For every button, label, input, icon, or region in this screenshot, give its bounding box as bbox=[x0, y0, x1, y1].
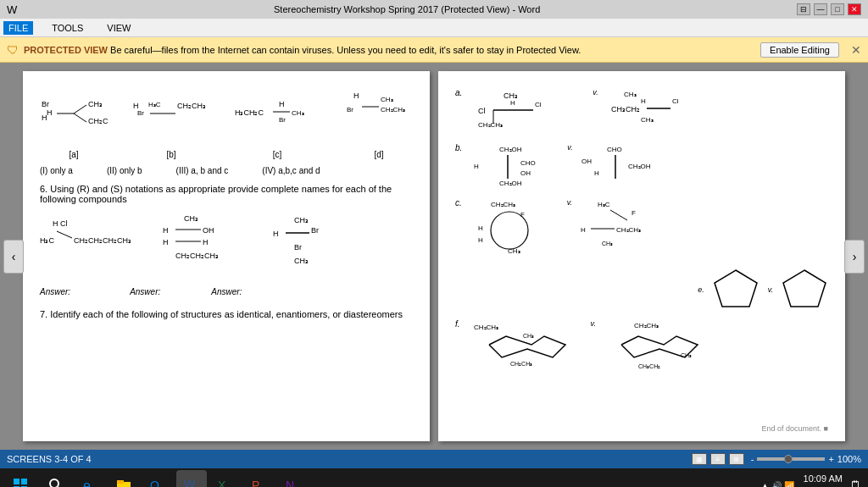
main-content: ‹ Br H bbox=[0, 63, 868, 450]
svg-text:H: H bbox=[163, 238, 169, 246]
menu-file[interactable]: FILE bbox=[3, 21, 33, 35]
read-mode-icon[interactable]: ≡ bbox=[710, 453, 726, 465]
answer-options: (I) only a (II) only b (III) a, b and c … bbox=[40, 166, 413, 175]
taskbar-search[interactable] bbox=[41, 470, 71, 487]
svg-text:F: F bbox=[632, 209, 636, 217]
status-right: ▦ ≡ ⊞ - + 100% bbox=[692, 453, 861, 465]
svg-text:CH₃: CH₃ bbox=[292, 109, 304, 117]
question5-structures: Br H H CH₃ CH₂CH₃ [a] bbox=[40, 88, 413, 175]
svg-text:H₃C: H₃C bbox=[598, 201, 610, 208]
structure-d-svg: H Br CH₃ CH₂CH₃ bbox=[345, 88, 413, 147]
taskbar: e O W X P N ▲ 🔊 📶 10:09 AM bbox=[0, 468, 868, 487]
svg-text:OH: OH bbox=[520, 169, 531, 177]
close-button[interactable]: ✕ bbox=[848, 3, 861, 15]
svg-text:H: H bbox=[594, 169, 599, 177]
svg-text:CH₃: CH₃ bbox=[381, 96, 393, 103]
right-label-v-b: v. bbox=[567, 143, 572, 191]
svg-text:CH₂CH₃: CH₂CH₃ bbox=[474, 324, 498, 331]
svg-text:H: H bbox=[47, 108, 53, 117]
pentagon2-svg bbox=[782, 266, 828, 313]
word-icon: W bbox=[183, 476, 200, 487]
svg-text:H: H bbox=[478, 236, 483, 244]
next-page-button[interactable]: › bbox=[844, 240, 865, 274]
page-left: Br H H CH₃ CH₂CH₃ [a] bbox=[23, 71, 430, 441]
prev-page-button[interactable]: ‹ bbox=[3, 240, 24, 274]
svg-text:CH₃CH₂: CH₃CH₂ bbox=[611, 105, 640, 113]
svg-text:CH₂CH₃: CH₂CH₃ bbox=[177, 102, 206, 110]
taskbar-word[interactable]: W bbox=[176, 470, 207, 487]
right-structure-c-svg: CH₂CH₃ F H H CH₃ CH₃ bbox=[474, 198, 559, 257]
right-structure-cv-svg: H₃C F H CH₂CH₃ CH₃ bbox=[581, 198, 665, 257]
svg-text:CH₂CH₃: CH₂CH₃ bbox=[510, 361, 532, 367]
print-layout-icon[interactable]: ▦ bbox=[692, 453, 707, 465]
search-icon bbox=[48, 478, 64, 487]
svg-point-91 bbox=[50, 479, 58, 487]
close-protected-bar-button[interactable]: ✕ bbox=[851, 43, 861, 57]
right-structure-f: CH₂CH₃ CH₂CH₃ CH₃ bbox=[472, 319, 582, 380]
svg-text:O: O bbox=[150, 479, 159, 487]
minimize-button[interactable]: — bbox=[814, 3, 827, 15]
menu-view[interactable]: VIEW bbox=[102, 21, 136, 35]
svg-text:Cl: Cl bbox=[535, 101, 542, 108]
restore-icon[interactable]: ⊟ bbox=[797, 3, 810, 15]
protected-view-bar: 🛡 PROTECTED VIEW Be careful—files from t… bbox=[0, 37, 868, 63]
maximize-button[interactable]: □ bbox=[831, 3, 844, 15]
svg-text:CH₂OH: CH₂OH bbox=[628, 163, 651, 170]
taskbar-powerpoint[interactable]: P bbox=[244, 470, 275, 487]
svg-text:Br: Br bbox=[279, 116, 286, 124]
right-structure-b-svg: CH₂OH H CHO OH CH₂OH bbox=[474, 143, 559, 190]
status-bar: SCREENS 3-4 OF 4 ▦ ≡ ⊞ - + 100% bbox=[0, 450, 868, 468]
menu-tools[interactable]: TOOLS bbox=[47, 21, 88, 35]
right-structure-b: CH₂OH H CHO OH CH₂OH bbox=[474, 143, 559, 191]
taskbar-onenote[interactable]: N bbox=[278, 470, 309, 487]
svg-text:e: e bbox=[83, 479, 91, 487]
answer1: Answer: bbox=[40, 287, 70, 296]
notification-button[interactable]: 🗒 bbox=[849, 479, 861, 487]
svg-text:CH₃: CH₃ bbox=[641, 116, 654, 124]
powerpoint-icon: P bbox=[251, 477, 268, 487]
question7-text: 7. Identify each of the following of str… bbox=[40, 309, 413, 319]
svg-text:H: H bbox=[510, 99, 515, 107]
zoom-minus[interactable]: - bbox=[751, 454, 754, 464]
question6-text: 6. Using (R) and (S) notations as approp… bbox=[40, 184, 413, 204]
svg-text:H: H bbox=[581, 226, 586, 234]
view-icons: ▦ ≡ ⊞ bbox=[692, 453, 744, 465]
enable-editing-button[interactable]: Enable Editing bbox=[760, 42, 839, 58]
taskbar-outlook[interactable]: O bbox=[142, 470, 173, 487]
structure-a-svg: Br H H CH₃ CH₂CH₃ bbox=[40, 97, 108, 147]
edge-icon: e bbox=[81, 477, 98, 487]
outlook-icon: O bbox=[149, 477, 166, 487]
zoom-track[interactable] bbox=[757, 457, 825, 461]
svg-text:H₃CH₂C: H₃CH₂C bbox=[235, 108, 264, 117]
shield-icon: 🛡 bbox=[7, 43, 19, 57]
svg-rect-88 bbox=[21, 479, 27, 484]
option-ii: (II) only b bbox=[107, 166, 142, 175]
svg-text:H  Cl: H Cl bbox=[53, 219, 68, 228]
zoom-plus[interactable]: + bbox=[828, 454, 833, 464]
right-structure-f-v: CH₂CH₃ CH₃ CH₃CH₂ bbox=[604, 319, 715, 380]
svg-text:OH: OH bbox=[581, 158, 592, 165]
taskbar-excel[interactable]: X bbox=[210, 470, 241, 487]
right-structure-c: CH₂CH₃ F H H CH₃ CH₃ bbox=[474, 198, 559, 259]
svg-rect-95 bbox=[117, 480, 124, 484]
svg-marker-80 bbox=[783, 270, 826, 307]
taskbar-edge[interactable]: e bbox=[75, 470, 105, 487]
svg-text:OH: OH bbox=[203, 226, 214, 235]
svg-text:CH₂CH₂CH₂CH₃: CH₂CH₂CH₂CH₃ bbox=[74, 236, 131, 245]
svg-text:H: H bbox=[474, 163, 479, 170]
structure-b-svg: H Br CH₂CH₃ H₃C bbox=[133, 97, 209, 147]
svg-text:H: H bbox=[353, 91, 359, 100]
windows-start-button[interactable] bbox=[3, 470, 37, 487]
web-layout-icon[interactable]: ⊞ bbox=[729, 453, 744, 465]
svg-text:F: F bbox=[520, 211, 525, 219]
taskbar-explorer[interactable] bbox=[108, 470, 139, 487]
svg-text:CH₂CH₃: CH₂CH₃ bbox=[381, 106, 405, 113]
option-iv: (IV) a,b,c and d bbox=[262, 166, 320, 175]
structure-d: H Br CH₃ CH₂CH₃ [d] bbox=[345, 88, 413, 159]
protected-text: PROTECTED VIEW Be careful—files from the… bbox=[24, 45, 755, 55]
svg-text:H: H bbox=[279, 100, 285, 108]
svg-text:X: X bbox=[218, 479, 226, 487]
clock[interactable]: 10:09 AM 3/27/2017 bbox=[801, 473, 843, 487]
svg-text:H: H bbox=[273, 230, 279, 238]
svg-text:CH₂CH₃: CH₂CH₃ bbox=[634, 322, 659, 329]
